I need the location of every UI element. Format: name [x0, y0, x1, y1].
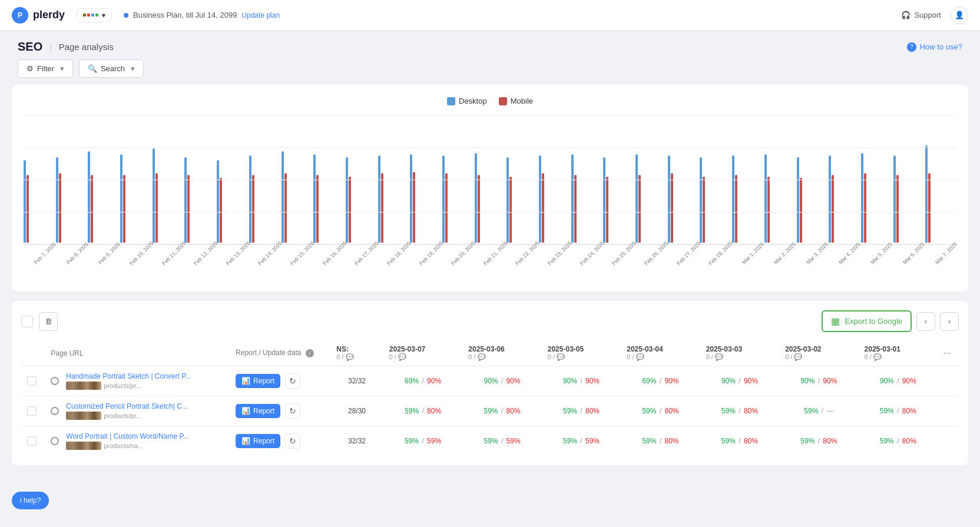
data-table: Page URL Report / Update data i NS: 0 / …	[21, 340, 959, 456]
url-path: products/pr...	[66, 382, 191, 390]
page-url-link[interactable]: Customized Pencil Portrait Sketch| C...	[66, 402, 188, 410]
ns-cell: 28/30	[330, 396, 383, 426]
bar-group-3	[120, 154, 151, 243]
bar-group-24	[797, 157, 828, 243]
mobile-bar-7	[252, 175, 254, 243]
page-status-icon	[51, 437, 59, 445]
update-plan-link[interactable]: Update plan	[241, 11, 280, 19]
filter-button[interactable]: ⚙ Filter	[18, 59, 73, 78]
page-status-icon	[51, 377, 59, 385]
row-checkbox[interactable]	[27, 376, 37, 386]
desktop-bar-4	[153, 148, 155, 243]
mobile-bar-0	[27, 175, 29, 243]
row-more-cell	[938, 396, 959, 426]
how-to-use-link[interactable]: ? How to use?	[907, 42, 962, 52]
url-path: products/na...	[66, 442, 189, 450]
desktop-bar-22	[732, 155, 734, 243]
desktop-bar-28	[925, 145, 928, 243]
desktop-bar-12	[410, 154, 412, 243]
bar-group-0	[24, 160, 55, 243]
mobile-bar-16	[542, 173, 544, 243]
report-button[interactable]: 📊 Report	[236, 404, 280, 418]
th-report: Report / Update data i	[230, 340, 330, 366]
chevron-left-icon: ‹	[925, 317, 927, 326]
th-date5: 2025-03-03 0 / 💬	[700, 340, 779, 366]
select-all-checkbox[interactable]	[21, 316, 33, 327]
mobile-bar-26	[864, 173, 866, 243]
search-chevron	[128, 64, 135, 73]
user-avatar[interactable]: 👤	[951, 6, 968, 24]
plan-selector[interactable]: ▾	[77, 8, 112, 22]
bar-group-7	[249, 155, 280, 243]
refresh-button[interactable]: ↻	[285, 373, 300, 389]
score-cell: 59% / 59%	[462, 426, 541, 456]
url-path-text: products/pr...	[104, 382, 141, 389]
url-cell: Handmade Portrait Sketch | Convert P... …	[45, 366, 230, 396]
score-red: 80%	[902, 437, 916, 445]
bar-group-12	[410, 154, 441, 243]
desktop-bar-24	[797, 157, 799, 243]
chart-bars	[24, 115, 956, 244]
th-date6: 2025-03-02 0 / 💬	[779, 340, 858, 366]
report-info-icon[interactable]: i	[306, 349, 314, 357]
logo-text: plerdy	[33, 9, 65, 21]
score-green: 90%	[484, 377, 498, 385]
header-row: Page URL Report / Update data i NS: 0 / …	[21, 340, 959, 366]
score-red: 90%	[902, 377, 916, 385]
desktop-bar-13	[442, 155, 445, 243]
delete-button[interactable]: 🗑	[39, 312, 58, 331]
desktop-bar-19	[635, 154, 638, 243]
support-button[interactable]: 🎧 Support	[901, 11, 941, 19]
bar-group-26	[861, 153, 892, 243]
score-cell: 59% / 80%	[542, 396, 621, 426]
google-sheets-icon: ▦	[831, 316, 840, 327]
table-row: Handmade Portrait Sketch | Convert P... …	[21, 366, 959, 396]
row-checkbox[interactable]	[27, 436, 37, 446]
url-path: products/pr...	[66, 412, 188, 420]
mobile-bar-27	[896, 175, 899, 243]
desktop-bar-2	[88, 151, 90, 243]
desktop-bar-21	[700, 157, 702, 243]
export-google-button[interactable]: ▦ Export to Google	[822, 310, 912, 332]
row-checkbox[interactable]	[27, 406, 37, 416]
score-red: 90%	[506, 377, 521, 385]
score-cell: 59% / 59%	[383, 426, 462, 456]
prev-page-button[interactable]: ‹	[916, 312, 935, 331]
page-url-link[interactable]: Word Portrait | Custom Word/Name P...	[66, 432, 189, 440]
report-label: Report	[253, 437, 274, 445]
bar-group-22	[732, 155, 763, 243]
table-body: Handmade Portrait Sketch | Convert P... …	[21, 366, 959, 456]
th-date3: 2025-03-05 0 / 💬	[542, 340, 621, 366]
score-cell: 59% / 80%	[859, 426, 938, 456]
report-button[interactable]: 📊 Report	[236, 374, 280, 388]
score-red: 90%	[744, 377, 758, 385]
url-cell: Word Portrait | Custom Word/Name P... pr…	[45, 426, 230, 456]
search-label: Search	[101, 64, 125, 73]
table-actions-right: ▦ Export to Google ‹ ›	[822, 310, 959, 332]
url-info: Handmade Portrait Sketch | Convert P... …	[66, 372, 191, 390]
report-button[interactable]: 📊 Report	[236, 434, 280, 448]
score-cell: 59% / 59%	[542, 426, 621, 456]
row-more-cell	[938, 366, 959, 396]
next-page-button[interactable]: ›	[940, 312, 959, 331]
score-red: 59%	[427, 437, 441, 445]
mobile-bar-15	[509, 177, 512, 243]
page-url-link[interactable]: Handmade Portrait Sketch | Convert P...	[66, 372, 191, 380]
logo-icon: P	[12, 7, 28, 24]
refresh-button[interactable]: ↻	[285, 403, 300, 419]
desktop-bar-11	[378, 155, 380, 243]
refresh-button[interactable]: ↻	[285, 433, 300, 449]
how-to-use-label: How to use?	[920, 42, 962, 51]
bar-group-11	[378, 155, 409, 243]
score-cell: 90% / 90%	[462, 366, 541, 396]
th-date1: 2025-03-07 0 / 💬	[383, 340, 462, 366]
search-button[interactable]: 🔍 Search	[79, 59, 144, 78]
score-green: 59%	[484, 437, 498, 445]
url-path-text: products/na...	[104, 442, 143, 449]
row-more-cell	[938, 426, 959, 456]
url-path-text: products/pr...	[104, 412, 141, 419]
desktop-bar-17	[571, 154, 574, 243]
bar-group-6	[217, 160, 248, 243]
score-red: 90%	[427, 377, 441, 385]
filter-chevron	[58, 64, 64, 73]
